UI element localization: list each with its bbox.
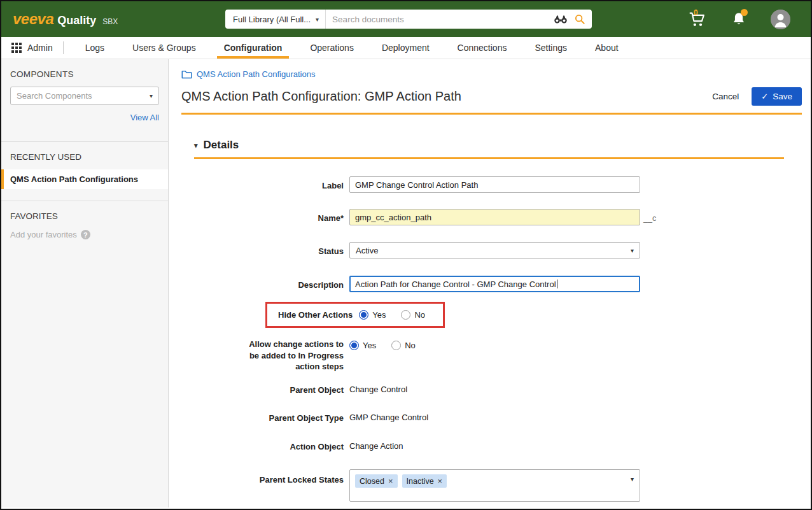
tag-inactive-label: Inactive (407, 477, 434, 486)
tag-closed: Closed × (355, 474, 398, 488)
red-highlight-box: Hide Other Actions Yes No (265, 302, 445, 328)
radio-selected-icon[interactable] (359, 310, 368, 320)
tab-logs[interactable]: Logs (71, 37, 118, 59)
name-field-label: Name* (194, 209, 349, 224)
breadcrumb-link[interactable]: QMS Action Path Configurations (197, 69, 315, 79)
admin-label: Admin (27, 43, 53, 53)
tag-closed-label: Closed (360, 477, 384, 486)
remove-tag-icon[interactable]: × (438, 476, 443, 486)
tab-users-groups[interactable]: Users & Groups (118, 37, 210, 59)
action-object-value: Change Action (349, 441, 403, 451)
details-section: ▾ Details Label Name* __c (194, 139, 784, 502)
tab-settings[interactable]: Settings (521, 37, 581, 59)
favorites-section-title: FAVORITES (1, 201, 168, 229)
allow-change-actions-no-radio[interactable]: No (391, 341, 416, 350)
field-row-parent-object-type: Parent Object Type GMP Change Control (194, 413, 784, 424)
tab-operations[interactable]: Operations (296, 37, 367, 59)
recently-used-section-title: RECENTLY USED (1, 142, 168, 169)
field-row-hide-other-actions: Hide Other Actions Yes No (194, 302, 784, 328)
favorites-empty-text: Add your favorites (10, 230, 77, 239)
help-icon[interactable]: ? (81, 230, 90, 239)
binoculars-icon[interactable] (554, 14, 568, 24)
details-section-title: Details (204, 139, 239, 152)
cancel-button[interactable]: Cancel (712, 92, 739, 101)
search-input[interactable] (326, 15, 554, 24)
top-header: veeva Quality SBX Full Library (All Full… (1, 1, 811, 37)
name-suffix: __c (643, 214, 656, 225)
field-row-allow-change-actions: Allow change actions to be added to In P… (194, 339, 784, 372)
title-divider (181, 113, 802, 115)
view-all-link[interactable]: View All (130, 113, 159, 122)
page-title: QMS Action Path Configuration: GMP Actio… (181, 89, 461, 104)
field-row-action-object: Action Object Change Action (194, 441, 784, 453)
field-row-description: Description Action Path for Change Contr… (194, 276, 784, 292)
notification-dot (741, 9, 748, 16)
field-row-parent-object: Parent Object Change Control (194, 385, 784, 396)
main-content: QMS Action Path Configurations QMS Actio… (169, 59, 811, 507)
parent-object-type-label: Parent Object Type (194, 413, 349, 424)
search-scope-dropdown[interactable]: Full Library (All Full... ▾ (225, 10, 325, 29)
check-icon: ✓ (761, 92, 768, 101)
radio-selected-icon[interactable] (349, 341, 359, 350)
text-cursor (557, 280, 557, 288)
radio-unselected-icon[interactable] (401, 310, 410, 320)
label-field-label: Label (194, 176, 349, 192)
user-avatar[interactable] (771, 10, 790, 29)
action-object-label: Action Object (194, 441, 349, 453)
hide-other-actions-label: Hide Other Actions (278, 310, 353, 320)
label-input[interactable] (349, 176, 640, 193)
details-section-header[interactable]: ▾ Details (194, 139, 784, 152)
allow-change-actions-yes-radio[interactable]: Yes (349, 341, 376, 350)
tab-configuration[interactable]: Configuration (210, 37, 297, 59)
status-value: Active (356, 246, 378, 255)
admin-menu[interactable]: Admin (11, 37, 63, 59)
search-scope-value: Full Library (All Full... (233, 15, 311, 24)
components-section-title: COMPONENTS (10, 69, 159, 79)
hide-other-actions-yes-radio[interactable]: Yes (359, 310, 386, 320)
name-input[interactable] (349, 209, 640, 225)
status-select[interactable]: Active ▾ (349, 242, 640, 259)
components-sidebar: COMPONENTS ▾ View All RECENTLY USED QMS … (1, 59, 169, 507)
notifications-bell-icon[interactable] (729, 9, 749, 29)
environment-label: SBX (102, 17, 118, 26)
radio-no-label: No (405, 341, 416, 350)
tag-inactive: Inactive × (402, 474, 447, 488)
breadcrumb[interactable]: QMS Action Path Configurations (181, 69, 802, 79)
chevron-down-icon: ▾ (631, 247, 634, 254)
tab-connections[interactable]: Connections (444, 37, 521, 59)
folder-icon (181, 70, 192, 79)
allow-change-actions-label: Allow change actions to be added to In P… (194, 339, 349, 372)
radio-yes-label: Yes (363, 341, 376, 350)
search-icon[interactable] (574, 13, 585, 25)
favorites-empty-state: Add your favorites ? (1, 229, 168, 248)
components-search-dropdown[interactable]: ▾ (10, 87, 159, 105)
parent-object-label: Parent Object (194, 385, 349, 396)
tab-deployment[interactable]: Deployment (368, 37, 444, 59)
field-row-status: Status Active ▾ (194, 242, 784, 259)
field-row-label: Label (194, 176, 784, 193)
parent-locked-states-label: Parent Locked States (194, 469, 349, 486)
tab-about[interactable]: About (581, 37, 633, 59)
radio-unselected-icon[interactable] (391, 341, 401, 350)
components-search-input[interactable] (17, 91, 150, 101)
chevron-down-icon: ▾ (631, 476, 634, 483)
parent-object-value: Change Control (349, 385, 407, 394)
description-input[interactable]: Action Path for Change Control - GMP Cha… (349, 276, 640, 292)
field-row-name: Name* __c (194, 209, 784, 225)
chevron-down-icon: ▾ (316, 16, 319, 23)
cart-icon[interactable]: 0 (687, 9, 707, 29)
sidebar-item-qms-action-path-configurations[interactable]: QMS Action Path Configurations (1, 169, 168, 189)
admin-nav-bar: Admin Logs Users & Groups Configuration … (1, 37, 811, 59)
remove-tag-icon[interactable]: × (388, 476, 393, 486)
chevron-down-icon: ▾ (150, 92, 153, 99)
divider (63, 41, 64, 54)
product-name: Quality (57, 14, 96, 27)
hide-other-actions-no-radio[interactable]: No (401, 310, 425, 320)
field-row-parent-locked-states: Parent Locked States Closed × Inactive × (194, 469, 784, 502)
parent-locked-states-multiselect[interactable]: Closed × Inactive × ▾ (349, 469, 640, 502)
save-button-label: Save (773, 92, 792, 101)
document-search-bar: Full Library (All Full... ▾ (225, 10, 592, 29)
parent-object-type-value: GMP Change Control (349, 413, 428, 422)
save-button[interactable]: ✓ Save (752, 87, 802, 106)
status-field-label: Status (194, 242, 349, 257)
